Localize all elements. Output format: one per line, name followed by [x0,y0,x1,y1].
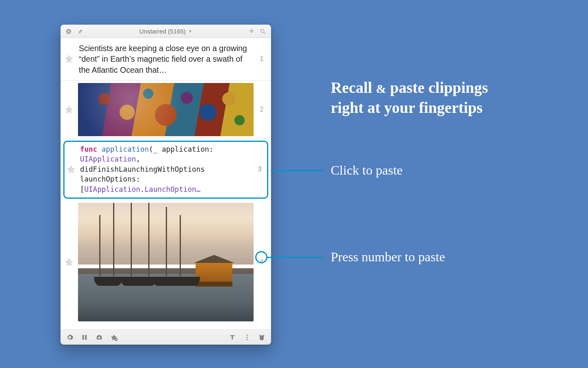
clipping-code: func application(_ application: UIApplic… [80,144,252,195]
gear-icon[interactable] [66,333,74,341]
filter-title[interactable]: Unstarred (5165) ▼ [88,28,244,35]
panel-footer [61,330,271,344]
svg-rect-3 [85,335,87,340]
clipping-row-selected[interactable]: func application(_ application: UIApplic… [63,141,268,199]
headline-part: right at your fingertips [331,99,483,116]
callout-connector [267,257,324,258]
trash-icon[interactable] [258,333,266,341]
row-number: 3 [256,166,264,173]
image-thumbnail [78,83,254,136]
svg-point-6 [247,334,248,336]
clipping-row[interactable]: 2 [61,81,271,139]
panel-header: Unstarred (5165) ▼ [61,25,271,38]
callout-number-circle [255,251,267,263]
svg-point-8 [247,339,248,340]
headline-part: Recall [331,79,372,96]
svg-rect-2 [82,335,84,340]
text-format-icon[interactable] [228,333,236,341]
callout-connector [271,170,324,171]
star-icon[interactable] [64,105,74,114]
code-type: LaunchOption… [145,185,200,193]
star-icon[interactable] [66,165,76,174]
clipping-image [78,83,254,136]
chevron-down-icon: ▼ [188,29,192,34]
filter-title-text: Unstarred (5165) [139,28,185,35]
star-icon[interactable] [64,258,74,267]
search-icon[interactable] [259,28,267,35]
svg-point-1 [261,29,264,32]
marketing-headline: Recall & paste clippings right at your f… [331,78,488,117]
pin-icon[interactable] [76,28,84,35]
more-icon[interactable] [243,333,251,341]
clipboard-panel: Unstarred (5165) ▼ Scientists are keepin… [60,25,271,345]
row-number: 2 [258,106,266,113]
row-number: 1 [258,55,266,63]
code-keyword: func [80,145,97,153]
pause-icon[interactable] [80,333,89,341]
clipping-row[interactable]: 4 [61,200,271,324]
clipping-image [78,203,254,321]
code-ident: application [102,145,149,153]
code-type: UIApplication [85,185,140,193]
clipping-row[interactable]: Scientists are keeping a close eye on a … [61,38,271,81]
clippings-list[interactable]: Scientists are keeping a close eye on a … [61,38,271,330]
svg-point-7 [247,337,248,338]
image-thumbnail [78,203,254,321]
camera-icon[interactable] [95,333,103,341]
star-add-icon[interactable] [110,333,118,341]
close-icon[interactable] [65,28,72,35]
code-type: UIApplication [80,155,136,163]
caption-number: Press number to paste [331,249,445,265]
clipping-text: Scientists are keeping a close eye on a … [78,40,254,78]
headline-amp: & [376,82,386,95]
headline-part: paste clippings [390,79,488,96]
star-icon[interactable] [64,54,74,63]
svg-point-4 [98,337,100,339]
caption-click: Click to paste [331,163,403,178]
move-icon[interactable] [248,28,255,35]
